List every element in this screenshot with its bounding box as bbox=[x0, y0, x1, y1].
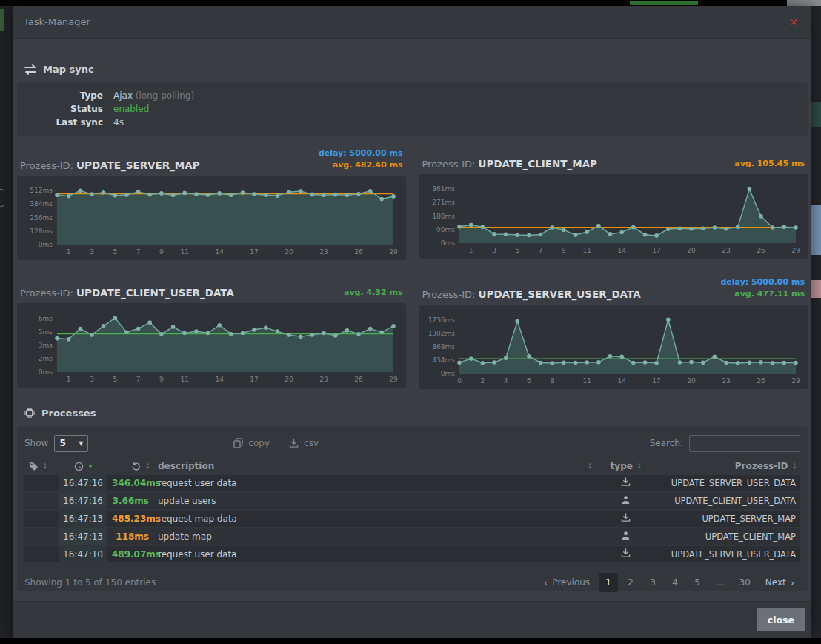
sync-type-note: (long polling) bbox=[136, 90, 194, 101]
type-icon-cell bbox=[596, 513, 655, 525]
clock-icon bbox=[74, 462, 84, 471]
page-button-4[interactable]: 4 bbox=[665, 573, 685, 592]
background-right-pink-fragment bbox=[811, 280, 821, 298]
sync-lastsync-row: Last sync 4s bbox=[17, 116, 808, 129]
background-left-fragment bbox=[0, 9, 4, 31]
client-person-icon bbox=[621, 531, 631, 540]
svg-text:26: 26 bbox=[757, 377, 765, 385]
svg-text:20: 20 bbox=[687, 247, 696, 254]
table-row: 16:47:13118msupdate mapUPDATE_CLIENT_MAP bbox=[24, 528, 800, 546]
chart-title: Prozess-ID: UPDATE_CLIENT_USER_DATA bbox=[20, 287, 234, 299]
prev-button[interactable]: ‹Previous bbox=[538, 573, 596, 592]
type-icon-cell bbox=[596, 531, 655, 542]
time-cell: 16:47:13 bbox=[59, 528, 107, 545]
type-icon-cell bbox=[596, 477, 655, 489]
chart-title: Prozess-ID: UPDATE_SERVER_USER_DATA bbox=[422, 288, 641, 300]
svg-text:7: 7 bbox=[538, 247, 542, 254]
svg-text:9: 9 bbox=[562, 247, 566, 254]
background-progress-fragment bbox=[630, 1, 698, 5]
history-icon bbox=[131, 462, 141, 471]
prozess-id-column-label: Prozess-ID bbox=[735, 461, 788, 471]
copy-button[interactable]: copy bbox=[233, 438, 270, 448]
copy-icon bbox=[233, 438, 243, 448]
chart-block-update_client_map: Prozess-ID: UPDATE_CLIENT_MAPavg. 105.45… bbox=[419, 147, 808, 260]
entries-info: Showing 1 to 5 of 150 entries bbox=[24, 577, 156, 588]
map-sync-panel: Type Ajax (long polling) Status enabled … bbox=[17, 82, 808, 136]
svg-text:0ms: 0ms bbox=[440, 370, 454, 377]
chart-canvas: 0ms2ms3ms5ms6ms1357911141720232629 bbox=[17, 303, 406, 388]
show-entries-group: Show 5 ▼ bbox=[24, 435, 88, 452]
sync-lastsync-label: Last sync bbox=[17, 116, 113, 129]
svg-text:11: 11 bbox=[582, 247, 591, 254]
show-entries-value: 5 bbox=[59, 438, 65, 448]
svg-text:2ms: 2ms bbox=[39, 355, 53, 362]
background-bottom-bar bbox=[0, 638, 821, 644]
chart-canvas: 0ms128ms256ms384ms512ms13579111417202326… bbox=[17, 176, 406, 260]
page-button-1[interactable]: 1 bbox=[599, 573, 618, 592]
time-cell: 16:47:10 bbox=[59, 546, 107, 562]
show-entries-select[interactable]: 5 ▼ bbox=[54, 435, 88, 452]
page-button-30[interactable]: 30 bbox=[734, 573, 757, 592]
page-button-5[interactable]: 5 bbox=[688, 573, 707, 592]
page-button-2[interactable]: 2 bbox=[621, 573, 640, 592]
server-download-icon bbox=[621, 513, 631, 522]
chevron-left-icon: ‹ bbox=[544, 577, 548, 588]
svg-text:1: 1 bbox=[468, 247, 473, 254]
description-cell: request user data bbox=[153, 549, 596, 560]
svg-text:8: 8 bbox=[550, 377, 554, 385]
svg-text:6ms: 6ms bbox=[39, 315, 53, 322]
chart-meta: avg. 105.45 ms bbox=[734, 158, 805, 170]
sort-icon: ▴▾ bbox=[44, 462, 47, 470]
svg-text:29: 29 bbox=[791, 377, 800, 385]
description-column-header[interactable]: description ▴▾ bbox=[153, 461, 596, 471]
svg-text:17: 17 bbox=[250, 248, 258, 256]
svg-text:4: 4 bbox=[503, 377, 508, 385]
prozess-id-column-header[interactable]: Prozess-ID ▴▾ bbox=[655, 461, 800, 471]
svg-text:14: 14 bbox=[617, 377, 626, 385]
svg-text:5: 5 bbox=[113, 248, 117, 256]
duration-column-header[interactable]: ▴▾ bbox=[107, 462, 153, 471]
svg-text:26: 26 bbox=[757, 247, 765, 254]
page-button-3[interactable]: 3 bbox=[643, 573, 662, 592]
next-button[interactable]: Next› bbox=[759, 573, 800, 592]
csv-button[interactable]: csv bbox=[289, 438, 319, 448]
close-button[interactable]: close bbox=[757, 608, 805, 631]
search-input[interactable] bbox=[689, 435, 800, 452]
client-person-icon bbox=[621, 495, 631, 505]
tag-column-header[interactable]: ▴▾ bbox=[24, 462, 59, 471]
time-column-header[interactable]: ▾ bbox=[59, 462, 107, 471]
delay-badge: delay: 5000.00 ms bbox=[319, 147, 403, 159]
processes-heading: Processes bbox=[24, 407, 801, 419]
prozess-id-cell: UPDATE_CLIENT_USER_DATA bbox=[655, 496, 800, 506]
svg-text:11: 11 bbox=[582, 377, 591, 385]
tag-icon bbox=[29, 462, 39, 471]
chart-block-update_server_user_data: Prozess-ID: UPDATE_SERVER_USER_DATAdelay… bbox=[419, 276, 808, 389]
type-column-header[interactable]: type ▴▾ bbox=[596, 461, 655, 471]
chart-block-update_client_user_data: Prozess-ID: UPDATE_CLIENT_USER_DATAavg. … bbox=[17, 276, 406, 389]
chart-title-row: Prozess-ID: UPDATE_CLIENT_MAPavg. 105.45… bbox=[419, 147, 808, 174]
task-manager-modal: Task-Manager ✕ Map sync Type Ajax (long … bbox=[13, 6, 811, 638]
avg-badge: avg. 4.32 ms bbox=[344, 287, 402, 299]
svg-text:7: 7 bbox=[136, 376, 141, 383]
svg-text:29: 29 bbox=[791, 247, 800, 254]
description-cell: request map data bbox=[153, 514, 596, 524]
copy-button-label: copy bbox=[248, 438, 270, 448]
svg-text:11: 11 bbox=[180, 376, 188, 383]
svg-text:9: 9 bbox=[159, 248, 164, 256]
sync-arrows-icon bbox=[24, 64, 37, 75]
chart-meta: avg. 4.32 ms bbox=[344, 287, 402, 299]
duration-cell: 489.07ms bbox=[107, 549, 153, 560]
export-buttons: copy csv bbox=[233, 438, 319, 448]
modal-footer: close bbox=[13, 601, 811, 638]
description-cell: update map bbox=[153, 531, 596, 542]
svg-text:1736ms: 1736ms bbox=[428, 316, 455, 324]
svg-text:5: 5 bbox=[515, 247, 519, 254]
svg-text:1: 1 bbox=[67, 248, 71, 256]
duration-cell: 3.66ms bbox=[107, 496, 153, 506]
svg-text:17: 17 bbox=[250, 376, 258, 383]
svg-text:3: 3 bbox=[492, 247, 496, 254]
sort-icon: ▴▾ bbox=[588, 462, 591, 470]
background-right-blue-fragment bbox=[811, 205, 821, 255]
chart-meta: delay: 5000.00 msavg. 482.40 ms bbox=[319, 147, 403, 171]
close-icon[interactable]: ✕ bbox=[786, 15, 801, 30]
